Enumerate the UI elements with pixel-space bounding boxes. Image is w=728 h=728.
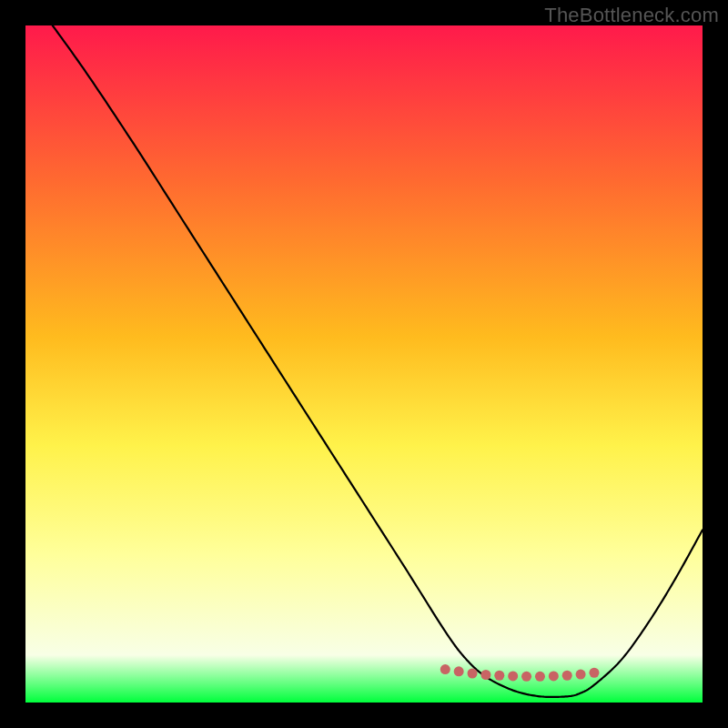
- dotted-point: [480, 670, 490, 680]
- dotted-point: [508, 671, 518, 681]
- watermark-text: TheBottleneck.com: [544, 4, 719, 27]
- dotted-point: [468, 669, 478, 679]
- dotted-point: [494, 671, 504, 681]
- chart-container: TheBottleneck.com: [0, 0, 728, 728]
- dotted-point: [589, 668, 599, 678]
- plot-frame: [25, 25, 703, 703]
- dotted-point: [521, 672, 531, 682]
- dotted-point: [549, 671, 559, 681]
- dotted-point: [440, 664, 450, 674]
- dotted-point: [454, 666, 464, 676]
- plot-svg: [25, 25, 703, 703]
- dotted-point: [562, 671, 572, 681]
- dotted-point: [576, 670, 586, 680]
- dotted-point: [535, 672, 545, 682]
- gradient-background: [25, 25, 703, 703]
